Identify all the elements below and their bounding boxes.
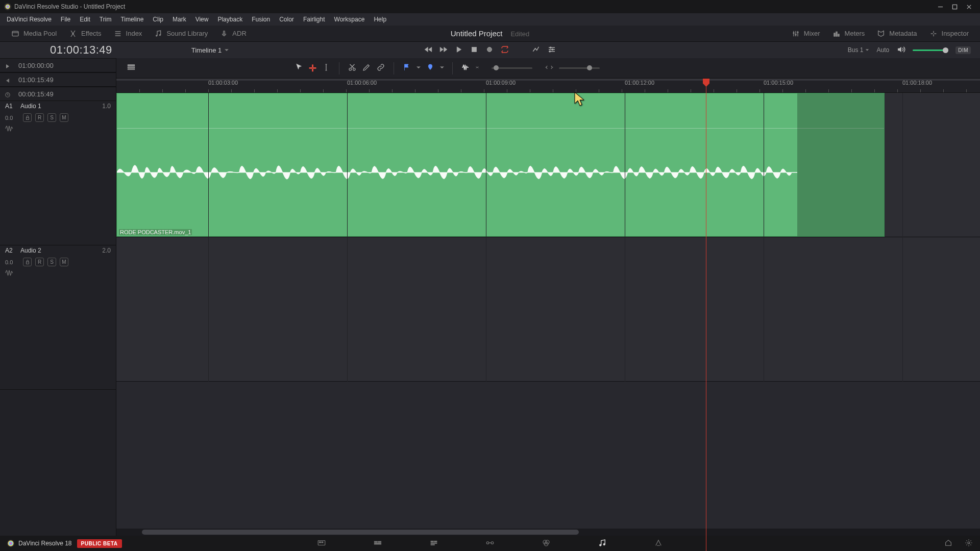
transient-tool[interactable] — [461, 63, 470, 74]
range-end-row[interactable]: 01:00:15:49 — [0, 72, 116, 87]
home-button[interactable] — [944, 539, 952, 548]
flag-tool[interactable] — [402, 63, 411, 74]
solo-button[interactable]: S — [47, 258, 56, 266]
media-page-button[interactable] — [316, 538, 327, 549]
range-selection-tool[interactable]: ✛ — [309, 63, 316, 74]
range-start-value: 01:00:00:00 — [18, 62, 54, 69]
loop-button[interactable] — [500, 45, 509, 56]
volume-slider[interactable] — [913, 49, 948, 51]
color-page-button[interactable] — [541, 538, 551, 549]
meters-toggle[interactable]: Meters — [826, 30, 871, 38]
timeline-tracks[interactable]: RODE PODCASTER.mov_1 — [116, 93, 980, 382]
menu-item[interactable]: Fairlight — [299, 15, 330, 24]
index-toggle[interactable]: Index — [108, 30, 149, 38]
audio-clip[interactable]: RODE PODCASTER.mov_1 — [116, 93, 885, 237]
waveform-mode-icon[interactable] — [0, 124, 116, 137]
ruler-minor-tick — [943, 89, 944, 92]
close-button[interactable] — [962, 2, 976, 12]
menu-item[interactable]: Trim — [95, 15, 116, 24]
lock-button[interactable] — [23, 258, 32, 266]
fairlight-page-button[interactable] — [597, 538, 607, 549]
maximize-button[interactable] — [947, 2, 962, 12]
link-tool[interactable] — [376, 63, 385, 74]
dim-button[interactable]: DIM — [955, 46, 971, 54]
mute-button[interactable]: M — [60, 113, 68, 122]
menu-item[interactable]: DaVinci Resolve — [2, 15, 56, 24]
playhead[interactable] — [706, 79, 706, 551]
metadata-toggle[interactable]: Metadata — [871, 30, 923, 38]
lock-button[interactable] — [23, 113, 32, 122]
track-lane-a2[interactable] — [116, 237, 980, 382]
arm-record-button[interactable]: R — [35, 258, 44, 266]
track-header-a1[interactable]: A1 Audio 1 1.0 0.0 R S M — [0, 101, 116, 245]
cut-page-button[interactable] — [373, 538, 383, 549]
effects-toggle[interactable]: Effects — [63, 30, 108, 38]
menu-item[interactable]: Playback — [213, 15, 247, 24]
menu-item[interactable]: Color — [275, 15, 299, 24]
marker-tool[interactable] — [426, 63, 435, 74]
horizontal-zoom-icon[interactable] — [545, 63, 554, 74]
menu-item[interactable]: Help — [369, 15, 391, 24]
clip-fade-region[interactable] — [797, 93, 884, 236]
fusion-page-button[interactable] — [485, 538, 495, 549]
snap-chevron[interactable] — [475, 63, 479, 74]
track-db[interactable]: 0.0 — [5, 259, 19, 265]
menu-item[interactable]: Clip — [148, 15, 168, 24]
ruler-minor-tick — [714, 89, 714, 92]
automation-tool-icon[interactable] — [532, 45, 541, 56]
mixer-toggle[interactable]: Mixer — [786, 30, 826, 38]
track-lane-a1[interactable]: RODE PODCASTER.mov_1 — [116, 93, 980, 237]
fast-forward-button[interactable] — [439, 45, 448, 56]
track-header-a2[interactable]: A2 Audio 2 2.0 0.0 R S M — [0, 245, 116, 390]
edit-page-button[interactable] — [429, 538, 439, 549]
menu-item[interactable]: Timeline — [116, 15, 148, 24]
menu-item[interactable]: Fusion — [247, 15, 275, 24]
menu-item[interactable]: View — [191, 15, 213, 24]
ruler-tick: 01:00:18:00 — [902, 80, 932, 86]
menu-item[interactable]: Mark — [168, 15, 191, 24]
vertical-zoom-slider[interactable] — [492, 67, 532, 69]
speaker-icon[interactable] — [896, 45, 905, 56]
record-button[interactable] — [485, 45, 494, 56]
selection-tool[interactable] — [295, 63, 304, 74]
range-duration-row[interactable]: 00:00:15:49 — [0, 87, 116, 101]
play-button[interactable] — [454, 45, 463, 56]
menu-item[interactable]: Edit — [75, 15, 95, 24]
scrollbar-thumb[interactable] — [142, 530, 579, 535]
text-cursor-tool[interactable] — [322, 63, 331, 74]
timeline-scrollbar[interactable] — [116, 529, 980, 536]
menu-item[interactable]: Workspace — [330, 15, 370, 24]
adr-toggle[interactable]: ADR — [214, 30, 252, 38]
rewind-button[interactable] — [424, 45, 433, 56]
waveform-mode-icon[interactable] — [0, 268, 116, 282]
project-settings-button[interactable] — [965, 539, 973, 548]
stop-button[interactable] — [470, 45, 479, 56]
marker-chevron[interactable] — [440, 63, 444, 74]
ruler-minor-tick — [576, 89, 576, 92]
timeline-view-icon[interactable] — [547, 45, 556, 56]
automation-mode[interactable]: Auto — [876, 46, 889, 54]
horizontal-zoom-slider[interactable] — [559, 67, 600, 69]
timeline-view-options[interactable] — [127, 63, 136, 74]
transport-controls — [424, 45, 556, 56]
track-db[interactable]: 0.0 — [5, 115, 19, 121]
inspector-toggle[interactable]: Inspector — [923, 30, 975, 38]
pencil-tool[interactable] — [362, 63, 371, 74]
razor-tool[interactable] — [348, 63, 357, 74]
mute-button[interactable]: M — [60, 258, 68, 266]
sound-library-toggle[interactable]: Sound Library — [148, 30, 214, 38]
bus-selector[interactable]: Bus 1 — [848, 46, 870, 54]
svg-rect-10 — [836, 32, 837, 36]
range-start-row[interactable]: 01:00:00:00 — [0, 58, 116, 72]
flag-chevron[interactable] — [416, 63, 421, 74]
deliver-page-button[interactable] — [653, 538, 664, 549]
media-pool-toggle[interactable]: Media Pool — [5, 30, 63, 38]
timeline-ruler[interactable]: 01:00:03:0001:00:06:0001:00:09:0001:00:1… — [116, 79, 980, 93]
timecode-display[interactable]: 01:00:13:49 — [50, 43, 112, 57]
arm-record-button[interactable]: R — [35, 113, 44, 122]
svg-point-8 — [797, 32, 798, 33]
menu-item[interactable]: File — [56, 15, 75, 24]
minimize-button[interactable] — [933, 2, 947, 12]
timeline-picker[interactable]: Timeline 1 — [191, 46, 229, 54]
solo-button[interactable]: S — [47, 113, 56, 122]
